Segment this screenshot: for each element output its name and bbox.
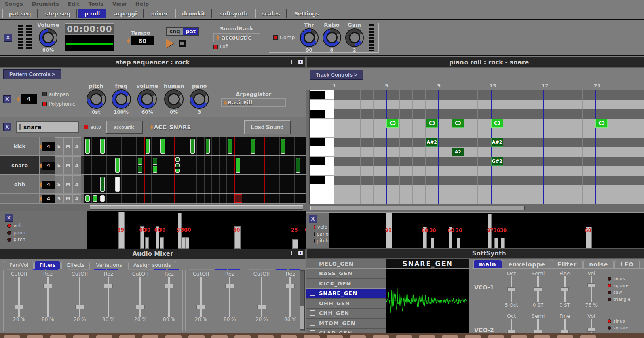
- grid-row[interactable]: [334, 194, 644, 204]
- track-m-button[interactable]: M: [63, 175, 72, 193]
- step-cell[interactable]: [122, 175, 129, 193]
- track-a-button[interactable]: A: [72, 175, 81, 193]
- slider-track[interactable]: [74, 277, 85, 317]
- black-key[interactable]: [310, 138, 325, 146]
- track-step-grid[interactable]: [84, 156, 306, 174]
- step-cell[interactable]: [129, 156, 137, 174]
- slider-track[interactable]: [135, 277, 146, 317]
- step-note[interactable]: [146, 139, 150, 154]
- slider-track[interactable]: [196, 277, 206, 317]
- step-cell[interactable]: [84, 156, 92, 174]
- tab-drumkit[interactable]: drumkit: [175, 9, 212, 18]
- step-note[interactable]: [175, 163, 180, 168]
- velocity-bar[interactable]: [494, 238, 498, 248]
- grid-row[interactable]: [334, 109, 644, 119]
- step-cell[interactable]: [122, 194, 129, 203]
- slider-track[interactable]: [103, 277, 114, 317]
- step-cell[interactable]: [92, 156, 99, 174]
- step-cell[interactable]: [189, 156, 197, 174]
- gen-item-OHH_GEN[interactable]: OHH_GEN: [306, 298, 386, 308]
- stepgrid-hscrollbar[interactable]: [0, 204, 306, 211]
- sinus-radio[interactable]: [608, 277, 611, 281]
- gen-checkbox[interactable]: [310, 291, 315, 296]
- step-cell[interactable]: [182, 137, 190, 155]
- track-steps-value[interactable]: 4: [42, 195, 55, 203]
- vco-slider-fine-track[interactable]: [561, 276, 569, 302]
- mixer-tab-Effects[interactable]: Effects: [61, 261, 90, 269]
- comp-checkbox[interactable]: [273, 35, 278, 40]
- synth-tab-main[interactable]: main: [473, 260, 502, 268]
- black-key[interactable]: [310, 176, 325, 184]
- tab-p-roll[interactable]: p roll: [78, 9, 106, 18]
- step-cell[interactable]: [129, 175, 137, 193]
- synth-tab-Filter[interactable]: Filter: [552, 260, 583, 268]
- track-m-button[interactable]: M: [63, 137, 72, 155]
- square-radio[interactable]: [608, 326, 611, 330]
- step-sequencer-titlebar[interactable]: step sequencer : rock: [0, 57, 306, 68]
- grid-row[interactable]: [334, 128, 644, 138]
- vco-slider-semi-track[interactable]: [534, 276, 542, 302]
- gen-checkbox[interactable]: [310, 271, 315, 276]
- step-cell[interactable]: [242, 175, 250, 193]
- piano-key[interactable]: [310, 194, 334, 204]
- soundbank-selector[interactable]: ▲▼ accoustic: [213, 33, 260, 42]
- play-button[interactable]: [166, 39, 174, 48]
- step-note[interactable]: [206, 139, 210, 154]
- note-C3[interactable]: C3: [452, 119, 464, 128]
- grid-row[interactable]: [334, 176, 644, 185]
- pano-radio[interactable]: [7, 231, 11, 235]
- piano-key[interactable]: [310, 119, 334, 128]
- gen-item-SNARE_GEN[interactable]: SNARE_GEN: [306, 289, 386, 299]
- track-s-button[interactable]: S: [55, 137, 63, 155]
- step-cell[interactable]: [280, 175, 287, 193]
- soundbank-spinner[interactable]: ▲▼: [216, 35, 219, 40]
- mixer-tab-Assign-sounds[interactable]: Assign sounds: [128, 261, 176, 269]
- menu-help[interactable]: Help: [135, 1, 149, 7]
- stepseq-restore-icon[interactable]: [291, 60, 296, 64]
- track-m-button[interactable]: M: [63, 156, 72, 174]
- step-cell[interactable]: [242, 156, 250, 174]
- black-key[interactable]: [310, 157, 325, 165]
- step-cell[interactable]: [227, 194, 234, 203]
- bank-button[interactable]: accoustic: [106, 121, 143, 134]
- step-cell[interactable]: [122, 156, 129, 174]
- piano-key[interactable]: [310, 147, 334, 156]
- vco-slider-oct-track[interactable]: [507, 319, 515, 333]
- step-note[interactable]: [234, 194, 242, 203]
- mixer-tab-Pan-Vol[interactable]: Pan/Vol: [4, 261, 34, 269]
- mixer-titlebar[interactable]: Audio Mixer: [0, 249, 306, 259]
- step-cell[interactable]: [159, 194, 167, 203]
- step-cell[interactable]: [212, 137, 220, 155]
- pattern-freq-knob[interactable]: [112, 89, 131, 109]
- note-C3[interactable]: C3: [386, 119, 399, 128]
- track-steps-spinner[interactable]: ▲▼: [40, 163, 42, 168]
- piano-key[interactable]: [310, 109, 334, 119]
- track-a-button[interactable]: A: [72, 137, 81, 155]
- step-cell[interactable]: [137, 137, 144, 155]
- step-cell[interactable]: [227, 156, 234, 174]
- volume-knob-dial[interactable]: [39, 28, 57, 47]
- slider-handle[interactable]: [43, 284, 52, 288]
- grid-row[interactable]: [334, 147, 644, 156]
- piano-roll-grid[interactable]: C3C3C3C3C3A#2A2A#2G#2: [334, 90, 644, 204]
- note-C3[interactable]: C3: [595, 119, 608, 128]
- step-cell[interactable]: [234, 175, 242, 193]
- gen-item-BASS_GEN[interactable]: BASS_GEN: [306, 269, 386, 279]
- toolbar-close-button[interactable]: X: [4, 34, 12, 42]
- step-cell[interactable]: [302, 175, 306, 193]
- note-As2[interactable]: A#2: [491, 138, 503, 147]
- step-cell[interactable]: [242, 194, 250, 203]
- step-cell[interactable]: [152, 175, 159, 193]
- pattern-volume-knob[interactable]: [137, 89, 157, 109]
- step-cell[interactable]: [264, 137, 272, 155]
- gen-item-CHH_GEN[interactable]: CHH_GEN: [306, 308, 386, 319]
- song-mode-button[interactable]: sng: [167, 28, 183, 35]
- slider-track[interactable]: [164, 277, 174, 317]
- pianoroll-hscrollbar[interactable]: [306, 204, 644, 212]
- grid-row[interactable]: [334, 90, 644, 100]
- step-note[interactable]: [93, 195, 97, 202]
- step-cell[interactable]: [205, 175, 212, 193]
- gen-checkbox[interactable]: [310, 310, 315, 316]
- mixer-tab-Variations[interactable]: Variations: [91, 261, 127, 269]
- track-steps-value[interactable]: 4: [42, 181, 55, 189]
